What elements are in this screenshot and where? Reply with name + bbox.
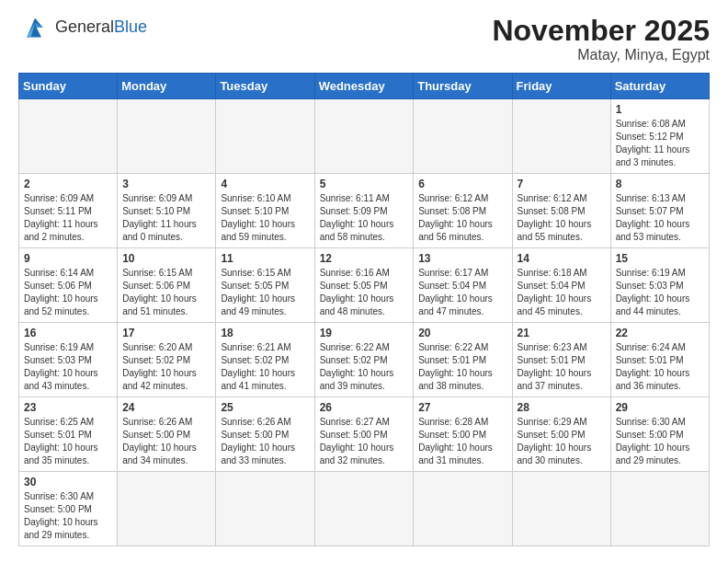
calendar-cell: 23Sunrise: 6:25 AM Sunset: 5:01 PM Dayli… xyxy=(19,397,118,472)
day-number: 5 xyxy=(320,178,409,190)
day-info: Sunrise: 6:20 AM Sunset: 5:02 PM Dayligh… xyxy=(122,341,210,393)
calendar-cell xyxy=(216,472,314,546)
day-info: Sunrise: 6:14 AM Sunset: 5:06 PM Dayligh… xyxy=(24,267,112,318)
calendar-cell: 28Sunrise: 6:29 AM Sunset: 5:00 PM Dayli… xyxy=(512,397,610,472)
logo-text: GeneralBlue xyxy=(55,18,147,37)
logo: GeneralBlue xyxy=(18,15,147,40)
calendar-day-header: Saturday xyxy=(610,74,709,99)
page: GeneralBlue November 2025 Matay, Minya, … xyxy=(0,0,728,563)
calendar-cell: 3Sunrise: 6:09 AM Sunset: 5:10 PM Daylig… xyxy=(118,174,216,248)
day-number: 30 xyxy=(24,476,112,488)
calendar-cell xyxy=(118,472,216,546)
day-info: Sunrise: 6:11 AM Sunset: 5:09 PM Dayligh… xyxy=(320,192,409,244)
calendar-cell xyxy=(512,472,610,546)
calendar-cell xyxy=(216,99,314,174)
calendar-day-header: Monday xyxy=(118,74,216,99)
day-number: 22 xyxy=(616,327,704,339)
calendar-cell: 30Sunrise: 6:30 AM Sunset: 5:00 PM Dayli… xyxy=(19,472,118,546)
calendar-cell: 25Sunrise: 6:26 AM Sunset: 5:00 PM Dayli… xyxy=(216,397,314,472)
calendar-week-row: 2Sunrise: 6:09 AM Sunset: 5:11 PM Daylig… xyxy=(19,174,710,248)
calendar-cell: 13Sunrise: 6:17 AM Sunset: 5:04 PM Dayli… xyxy=(414,248,512,323)
day-info: Sunrise: 6:16 AM Sunset: 5:05 PM Dayligh… xyxy=(320,267,409,318)
day-number: 21 xyxy=(518,327,606,339)
calendar-cell xyxy=(314,472,414,546)
calendar-week-row: 9Sunrise: 6:14 AM Sunset: 5:06 PM Daylig… xyxy=(19,248,710,323)
day-number: 10 xyxy=(122,252,210,265)
page-subtitle: Matay, Minya, Egypt xyxy=(492,47,710,63)
calendar-cell: 6Sunrise: 6:12 AM Sunset: 5:08 PM Daylig… xyxy=(414,174,512,248)
calendar-cell: 7Sunrise: 6:12 AM Sunset: 5:08 PM Daylig… xyxy=(512,174,610,248)
day-info: Sunrise: 6:27 AM Sunset: 5:00 PM Dayligh… xyxy=(320,416,409,467)
day-number: 14 xyxy=(518,252,606,265)
day-number: 29 xyxy=(616,401,704,414)
day-info: Sunrise: 6:12 AM Sunset: 5:08 PM Dayligh… xyxy=(518,192,606,244)
calendar-cell: 4Sunrise: 6:10 AM Sunset: 5:10 PM Daylig… xyxy=(216,174,314,248)
calendar-cell: 14Sunrise: 6:18 AM Sunset: 5:04 PM Dayli… xyxy=(512,248,610,323)
calendar-table: SundayMondayTuesdayWednesdayThursdayFrid… xyxy=(18,73,710,546)
calendar-cell: 12Sunrise: 6:16 AM Sunset: 5:05 PM Dayli… xyxy=(314,248,414,323)
day-number: 11 xyxy=(221,252,309,265)
day-info: Sunrise: 6:09 AM Sunset: 5:11 PM Dayligh… xyxy=(24,192,112,244)
day-info: Sunrise: 6:29 AM Sunset: 5:00 PM Dayligh… xyxy=(518,416,606,467)
calendar-cell: 29Sunrise: 6:30 AM Sunset: 5:00 PM Dayli… xyxy=(610,397,709,472)
day-number: 2 xyxy=(24,178,112,190)
calendar-cell: 21Sunrise: 6:23 AM Sunset: 5:01 PM Dayli… xyxy=(512,323,610,397)
day-number: 8 xyxy=(616,178,704,190)
day-number: 27 xyxy=(418,401,506,414)
calendar-cell xyxy=(512,99,610,174)
day-info: Sunrise: 6:24 AM Sunset: 5:01 PM Dayligh… xyxy=(616,341,704,393)
day-info: Sunrise: 6:22 AM Sunset: 5:02 PM Dayligh… xyxy=(320,341,409,393)
calendar-cell xyxy=(314,99,414,174)
calendar-cell: 24Sunrise: 6:26 AM Sunset: 5:00 PM Dayli… xyxy=(118,397,216,472)
day-info: Sunrise: 6:09 AM Sunset: 5:10 PM Dayligh… xyxy=(122,192,210,244)
calendar-cell xyxy=(414,99,512,174)
day-number: 12 xyxy=(320,252,409,265)
calendar-cell: 27Sunrise: 6:28 AM Sunset: 5:00 PM Dayli… xyxy=(414,397,512,472)
calendar-cell: 18Sunrise: 6:21 AM Sunset: 5:02 PM Dayli… xyxy=(216,323,314,397)
day-number: 9 xyxy=(24,252,112,265)
calendar-day-header: Friday xyxy=(512,74,610,99)
calendar-cell: 15Sunrise: 6:19 AM Sunset: 5:03 PM Dayli… xyxy=(610,248,709,323)
day-info: Sunrise: 6:08 AM Sunset: 5:12 PM Dayligh… xyxy=(616,118,704,169)
day-info: Sunrise: 6:19 AM Sunset: 5:03 PM Dayligh… xyxy=(616,267,704,318)
calendar-cell: 20Sunrise: 6:22 AM Sunset: 5:01 PM Dayli… xyxy=(414,323,512,397)
day-info: Sunrise: 6:22 AM Sunset: 5:01 PM Dayligh… xyxy=(418,341,506,393)
day-info: Sunrise: 6:18 AM Sunset: 5:04 PM Dayligh… xyxy=(518,267,606,318)
calendar-cell: 26Sunrise: 6:27 AM Sunset: 5:00 PM Dayli… xyxy=(314,397,414,472)
day-number: 23 xyxy=(24,401,112,414)
calendar-cell: 22Sunrise: 6:24 AM Sunset: 5:01 PM Dayli… xyxy=(610,323,709,397)
calendar-cell xyxy=(19,99,118,174)
day-info: Sunrise: 6:23 AM Sunset: 5:01 PM Dayligh… xyxy=(518,341,606,393)
calendar-cell: 10Sunrise: 6:15 AM Sunset: 5:06 PM Dayli… xyxy=(118,248,216,323)
calendar-week-row: 23Sunrise: 6:25 AM Sunset: 5:01 PM Dayli… xyxy=(19,397,710,472)
day-number: 19 xyxy=(320,327,409,339)
day-number: 4 xyxy=(221,178,309,190)
day-info: Sunrise: 6:19 AM Sunset: 5:03 PM Dayligh… xyxy=(24,341,112,393)
day-info: Sunrise: 6:26 AM Sunset: 5:00 PM Dayligh… xyxy=(122,416,210,467)
day-number: 28 xyxy=(518,401,606,414)
day-info: Sunrise: 6:28 AM Sunset: 5:00 PM Dayligh… xyxy=(418,416,506,467)
calendar-day-header: Sunday xyxy=(19,74,118,99)
day-info: Sunrise: 6:21 AM Sunset: 5:02 PM Dayligh… xyxy=(221,341,309,393)
calendar-cell: 1Sunrise: 6:08 AM Sunset: 5:12 PM Daylig… xyxy=(610,99,709,174)
calendar-week-row: 30Sunrise: 6:30 AM Sunset: 5:00 PM Dayli… xyxy=(19,472,710,546)
day-info: Sunrise: 6:30 AM Sunset: 5:00 PM Dayligh… xyxy=(24,490,112,542)
calendar-week-row: 16Sunrise: 6:19 AM Sunset: 5:03 PM Dayli… xyxy=(19,323,710,397)
calendar-cell: 19Sunrise: 6:22 AM Sunset: 5:02 PM Dayli… xyxy=(314,323,414,397)
day-number: 17 xyxy=(122,327,210,339)
day-number: 20 xyxy=(418,327,506,339)
day-number: 1 xyxy=(616,103,704,116)
calendar-cell: 11Sunrise: 6:15 AM Sunset: 5:05 PM Dayli… xyxy=(216,248,314,323)
day-info: Sunrise: 6:30 AM Sunset: 5:00 PM Dayligh… xyxy=(616,416,704,467)
calendar-cell: 8Sunrise: 6:13 AM Sunset: 5:07 PM Daylig… xyxy=(610,174,709,248)
calendar-cell xyxy=(610,472,709,546)
day-number: 6 xyxy=(418,178,506,190)
day-number: 7 xyxy=(518,178,606,190)
calendar-cell: 5Sunrise: 6:11 AM Sunset: 5:09 PM Daylig… xyxy=(314,174,414,248)
calendar-day-header: Tuesday xyxy=(216,74,314,99)
calendar-day-header: Thursday xyxy=(414,74,512,99)
header: GeneralBlue November 2025 Matay, Minya, … xyxy=(18,15,710,63)
calendar-day-header: Wednesday xyxy=(314,74,414,99)
day-number: 16 xyxy=(24,327,112,339)
calendar-header-row: SundayMondayTuesdayWednesdayThursdayFrid… xyxy=(19,74,710,99)
